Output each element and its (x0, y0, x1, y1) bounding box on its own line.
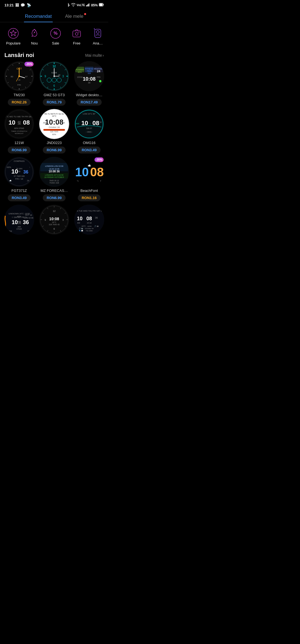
svg-text:10:18: 10:18 (87, 222, 92, 224)
svg-text:24°C MO TU WE TH FR SA 18: 24°C MO TU WE TH FR SA 18 (4, 115, 34, 118)
watch-name-fgt371z: FGT371Z (11, 189, 27, 193)
watch-face-mz_forecast: LONDON LON 02:08 18:28 10:08 10:08 36 LO… (39, 157, 69, 187)
watch-face-wrap-fgt371z: COMPASS ↑80% ↑ 10 08 36 24H 36 97 7645 3… (4, 157, 34, 187)
svg-rect-2 (88, 4, 89, 6)
svg-text:328   97: 328 97 (86, 127, 92, 129)
watch-card-tm230[interactable]: OCT 97 80 FRI 18-35%TM230RON2.26 (3, 61, 35, 106)
svg-text:328: 328 (9, 230, 12, 232)
watch-price-tm230[interactable]: RON2.26 (8, 99, 31, 106)
svg-text:97: 97 (28, 230, 30, 232)
svg-point-14 (79, 32, 79, 33)
watch-card-gmz53gt3[interactable]: 12 3 6 9 02:08 18 GMZ 53 GT3RON1.79 (38, 61, 70, 106)
category-new[interactable]: Nou (24, 27, 44, 45)
svg-text:97: 97 (25, 75, 28, 78)
more-button[interactable]: Mai multe › (85, 53, 104, 58)
svg-text:AM: AM (77, 222, 80, 224)
svg-text:328: 328 (88, 72, 91, 74)
svg-text:36: 36 (23, 170, 28, 174)
svg-text:FITNESS: FITNESS (85, 68, 93, 70)
svg-marker-8 (10, 30, 16, 36)
watch-face-wrap-mz_forecast: LONDON LON 02:08 18:28 10:08 10:08 36 LO… (39, 157, 69, 187)
svg-point-13 (75, 33, 78, 35)
svg-text:7645: 7645 (87, 70, 92, 72)
watch-card-omg16[interactable]: LOW 24°C 36° AM 10 | 08 36 328 97 ◦ OMG … (73, 109, 105, 153)
svg-text:Fri: Fri (76, 180, 79, 182)
svg-text:COMPASS: COMPASS (14, 160, 24, 162)
svg-text:LON 02:08: LON 02:08 (24, 217, 33, 219)
svg-text:24°C: 24°C (52, 221, 56, 223)
chevron-right-icon: › (102, 53, 104, 58)
watch-card-jnd0223[interactable]: Mo Tu WeTh Fr Sa Su 24°C 10:08 AM 36 Oct… (38, 109, 70, 153)
svg-text:10:08: 10:08 (83, 76, 96, 82)
svg-text:24°C: 24°C (52, 115, 56, 117)
category-sale[interactable]: % Sale (46, 27, 66, 45)
svg-text:☁️: ☁️ (9, 179, 12, 182)
svg-text:LOW   24°C  36°: LOW 24°C 36° (83, 113, 96, 115)
svg-text:12: 12 (53, 210, 56, 212)
svg-text:10: 10 (75, 165, 89, 179)
status-right: VoLTE 85% (67, 3, 104, 8)
svg-text:24°C: 24°C (81, 225, 86, 227)
watch-card-partial3[interactable]: MON TUE WED THU FRI SAT SUN 10 08 36 AM … (73, 205, 105, 235)
svg-text:36: 36 (23, 219, 29, 225)
svg-text:80% 07645: 80% 07645 (14, 127, 24, 129)
svg-text:36: 36 (18, 122, 21, 125)
watch-face-gmz53gt3: 12 3 6 9 02:08 18 (39, 61, 69, 91)
watch-price-fgt371z[interactable]: RON3.49 (8, 194, 31, 201)
signal-icon: 📡 (27, 3, 31, 7)
discount-badge-beachfont: -35% (94, 157, 104, 162)
bluetooth-icon (67, 3, 70, 8)
svg-text:08: 08 (17, 221, 21, 225)
watch-price-omg16[interactable]: RON3.49 (78, 147, 101, 153)
watch-name-beachfont: BeachFont (81, 189, 98, 193)
svg-text:FRI: FRI (97, 76, 101, 78)
svg-text:7645  26  12: 7645 26 12 (49, 180, 59, 182)
watch-card-fgt371z[interactable]: COMPASS ↑80% ↑ 10 08 36 24H 36 97 7645 3… (3, 157, 35, 201)
section-header: Lansări noi Mai multe › (0, 48, 108, 61)
watch-price-121w[interactable]: RON6.99 (8, 147, 31, 153)
watch-card-partial1[interactable]: UNKNOWN 24°C -10/36 80% ☉ SMTWT FRI S 10… (3, 205, 35, 235)
category-ana[interactable]: Ana… (88, 27, 108, 45)
watch-grid: OCT 97 80 FRI 18-35%TM230RON2.26 12 3 6 … (0, 61, 108, 238)
svg-text:MON TUE WED THU FRI SAT SUN: MON TUE WED THU FRI SAT SUN (74, 210, 104, 212)
svg-text:80: 80 (11, 75, 13, 78)
watch-price-widget_desktop[interactable]: RON17.49 (77, 99, 101, 106)
svg-text:TIMER STOPWATCH: TIMER STOPWATCH (11, 130, 27, 132)
svg-text:Mo Tu WeTh Fr Sa Su: Mo Tu WeTh Fr Sa Su (44, 113, 64, 115)
watch-card-mz_forecast[interactable]: LONDON LON 02:08 18:28 10:08 10:08 36 LO… (38, 157, 70, 201)
watch-card-partial2[interactable]: 12 3 6 9 10:08 24°C 328 7645 45 (38, 205, 70, 235)
watch-card-widget_desktop[interactable]: POWER 80% FITNESS 7645 328 WEATHER 24 10… (73, 61, 105, 106)
svg-text:08: 08 (23, 119, 30, 126)
watch-card-121w[interactable]: 24°C MO TU WE TH FR SA 18 10 AM 36 08 80… (3, 109, 35, 153)
watch-price-jnd0223[interactable]: RON6.99 (43, 147, 66, 153)
svg-text:↑: ↑ (29, 166, 30, 168)
svg-rect-5 (103, 4, 104, 6)
svg-text:36: 36 (88, 81, 91, 84)
watch-face-partial3: MON TUE WED THU FRI SAT SUN 10 08 36 AM … (74, 205, 104, 235)
discount-badge-tm230: -35% (24, 62, 34, 66)
watch-price-gmz53gt3[interactable]: RON1.79 (43, 99, 66, 106)
watch-price-beachfont[interactable]: RON1.16 (78, 194, 101, 201)
watch-name-gmz53gt3: GMZ 53 GT3 (44, 93, 65, 97)
svg-text:24: 24 (97, 70, 101, 73)
svg-text:AM: AM (76, 122, 79, 125)
tab-recommended[interactable]: Recomandat (24, 11, 53, 22)
svg-text:08: 08 (90, 165, 104, 179)
svg-text:POWER: POWER (76, 68, 84, 71)
tab-mine[interactable]: Ale mele (64, 11, 84, 22)
svg-text:3: 3 (62, 75, 64, 78)
status-left: 13:21 🖼 💬 📡 (4, 3, 31, 7)
category-popular[interactable]: Populare (3, 27, 23, 45)
watch-face-wrap-partial1: UNKNOWN 24°C -10/36 80% ☉ SMTWT FRI S 10… (4, 205, 34, 235)
category-free[interactable]: Free (67, 27, 87, 45)
watch-card-beachfont[interactable]: 10 08 ☁️ Fri 18-35%BeachFontRON1.16 (73, 157, 105, 201)
watch-face-wrap-121w: 24°C MO TU WE TH FR SA 18 10 AM 36 08 80… (4, 109, 34, 139)
svg-text:18: 18 (18, 79, 20, 81)
svg-text:WORKOUT: WORKOUT (15, 133, 24, 134)
tabs: Recomandat Ale mele (0, 9, 108, 22)
time: 13:21 (4, 3, 14, 7)
svg-text:18: 18 (100, 180, 103, 182)
watch-price-mz_forecast[interactable]: RON6.99 (43, 194, 66, 201)
status-bar: 13:21 🖼 💬 📡 VoLTE 85% (0, 0, 108, 9)
tab-notification-dot (84, 13, 86, 15)
